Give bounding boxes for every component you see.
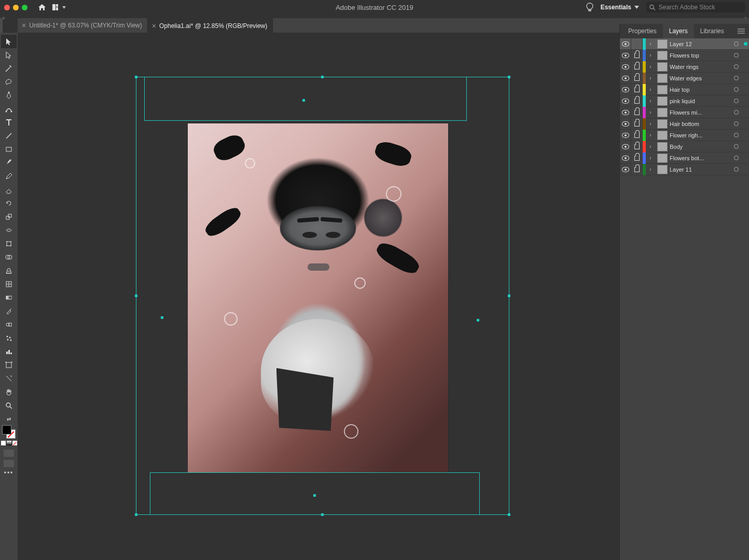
layer-row[interactable]: ›Layer 12 <box>620 38 749 50</box>
selection-tool[interactable] <box>1 35 17 48</box>
magic-wand-tool[interactable] <box>1 62 17 75</box>
layer-name[interactable]: Hair top <box>670 87 730 93</box>
edit-toolbar-icon[interactable]: ••• <box>4 469 14 477</box>
lock-toggle[interactable] <box>631 38 643 50</box>
disclosure-icon[interactable]: › <box>646 95 655 107</box>
width-tool[interactable] <box>1 223 17 237</box>
layer-row[interactable]: ›Flower righ... <box>620 130 749 141</box>
pencil-tool[interactable] <box>1 170 17 183</box>
layer-thumbnail[interactable] <box>657 51 668 60</box>
layer-thumbnail[interactable] <box>657 39 668 49</box>
lock-toggle[interactable] <box>631 73 643 84</box>
slice-tool[interactable] <box>1 372 17 385</box>
visibility-toggle[interactable] <box>620 73 631 84</box>
none-mode[interactable] <box>12 441 17 445</box>
visibility-toggle[interactable] <box>620 141 631 152</box>
visibility-toggle[interactable] <box>620 130 631 141</box>
layer-row[interactable]: ›Water edges <box>620 73 749 84</box>
close-icon[interactable]: × <box>152 22 156 30</box>
document-tab[interactable]: × Ophelia1.ai* @ 12.85% (RGB/Preview) <box>148 18 273 33</box>
arrange-documents-icon[interactable] <box>52 4 66 10</box>
resize-handle[interactable] <box>508 513 510 516</box>
layer-thumbnail[interactable] <box>657 131 668 140</box>
layer-name[interactable]: Hair bottom <box>670 121 730 127</box>
hand-tool[interactable] <box>1 385 17 399</box>
visibility-toggle[interactable] <box>620 38 631 50</box>
scale-tool[interactable] <box>1 210 17 223</box>
lock-toggle[interactable] <box>631 95 643 107</box>
target-icon[interactable] <box>730 53 742 58</box>
disclosure-icon[interactable]: › <box>646 141 655 152</box>
window-maximize[interactable] <box>22 5 27 10</box>
eraser-tool[interactable] <box>1 183 17 197</box>
layer-name[interactable]: Layer 11 <box>670 166 730 173</box>
layer-name[interactable]: Flowers top <box>670 52 730 59</box>
close-icon[interactable]: × <box>22 21 26 30</box>
layer-row[interactable]: ›Hair top <box>620 84 749 95</box>
visibility-toggle[interactable] <box>620 84 631 95</box>
layer-thumbnail[interactable] <box>657 119 668 129</box>
disclosure-icon[interactable]: › <box>646 107 655 118</box>
free-transform-tool[interactable] <box>1 237 17 250</box>
tab-layers[interactable]: Layers <box>663 24 694 38</box>
target-icon[interactable] <box>730 87 742 92</box>
canvas[interactable] <box>18 33 619 560</box>
visibility-toggle[interactable] <box>620 50 631 61</box>
layer-thumbnail[interactable] <box>657 153 668 163</box>
target-icon[interactable] <box>730 133 742 137</box>
visibility-toggle[interactable] <box>620 152 631 164</box>
layer-row[interactable]: ›Flowers mi... <box>620 107 749 118</box>
shape-builder-tool[interactable] <box>1 250 17 264</box>
selection-rect[interactable] <box>144 77 467 121</box>
layer-row[interactable]: ›Flowers bot... <box>620 152 749 164</box>
target-icon[interactable] <box>730 64 742 69</box>
disclosure-icon[interactable]: › <box>646 38 655 50</box>
type-tool[interactable] <box>1 116 17 129</box>
gradient-tool[interactable] <box>1 291 17 304</box>
layer-thumbnail[interactable] <box>657 62 668 72</box>
lock-toggle[interactable] <box>631 130 643 141</box>
draw-mode[interactable] <box>4 450 14 457</box>
anchor-point[interactable] <box>161 316 163 319</box>
target-icon[interactable] <box>730 110 742 115</box>
target-icon[interactable] <box>730 41 742 46</box>
artboard-tool[interactable] <box>1 358 17 372</box>
fill-stroke-swap-icon[interactable]: ⇄ <box>7 416 11 422</box>
layer-thumbnail[interactable] <box>657 142 668 151</box>
lock-toggle[interactable] <box>631 141 643 152</box>
visibility-toggle[interactable] <box>620 107 631 118</box>
window-minimize[interactable] <box>13 5 19 10</box>
lasso-tool[interactable] <box>1 75 17 89</box>
disclosure-icon[interactable]: › <box>646 84 655 95</box>
resize-handle[interactable] <box>508 76 510 78</box>
selection-rect[interactable] <box>150 472 480 515</box>
zoom-tool[interactable] <box>1 399 17 412</box>
lock-toggle[interactable] <box>631 50 643 61</box>
panel-menu-icon[interactable] <box>733 29 749 34</box>
lock-toggle[interactable] <box>631 118 643 130</box>
mesh-tool[interactable] <box>1 277 17 291</box>
target-icon[interactable] <box>730 167 742 172</box>
layer-name[interactable]: Flowers mi... <box>670 109 730 116</box>
perspective-tool[interactable] <box>1 264 17 277</box>
rotate-tool[interactable] <box>1 197 17 210</box>
disclosure-icon[interactable]: › <box>646 73 655 84</box>
disclosure-icon[interactable]: › <box>646 61 655 73</box>
selection-bounds[interactable] <box>136 77 509 515</box>
gradient-mode[interactable] <box>7 441 11 445</box>
visibility-toggle[interactable] <box>620 95 631 107</box>
column-graph-tool[interactable] <box>1 345 17 358</box>
learn-icon[interactable] <box>586 3 593 12</box>
layer-thumbnail[interactable] <box>657 165 668 174</box>
lock-toggle[interactable] <box>631 107 643 118</box>
layer-row[interactable]: ›Hair bottom <box>620 118 749 130</box>
search-input[interactable] <box>659 4 742 11</box>
layer-row[interactable]: ›Layer 11 <box>620 164 749 175</box>
layer-name[interactable]: Flower righ... <box>670 132 730 138</box>
resize-handle[interactable] <box>135 76 137 78</box>
lock-toggle[interactable] <box>631 164 643 175</box>
lock-toggle[interactable] <box>631 84 643 95</box>
tab-libraries[interactable]: Libraries <box>694 24 730 38</box>
layer-row[interactable]: ›Flowers top <box>620 50 749 61</box>
visibility-toggle[interactable] <box>620 61 631 73</box>
